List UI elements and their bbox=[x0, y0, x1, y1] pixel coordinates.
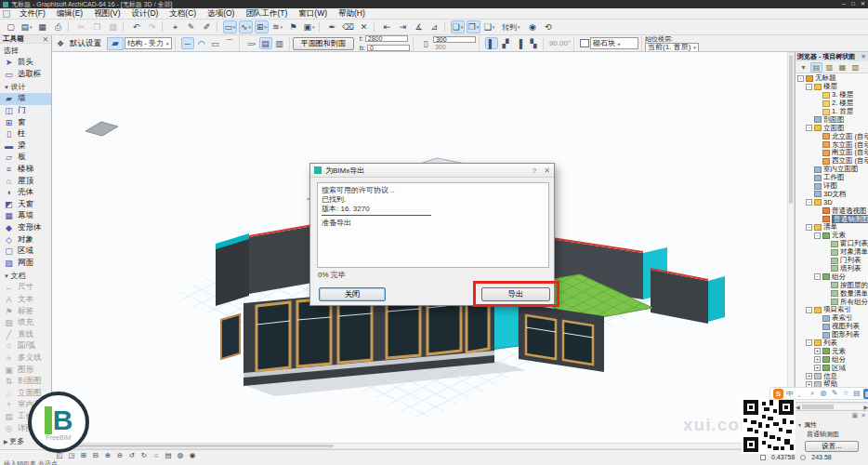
tool-polyline[interactable]: ≈多义线 bbox=[0, 352, 51, 365]
menu-item[interactable]: 文件(F) bbox=[14, 8, 51, 20]
menu-item[interactable]: 设计(D) bbox=[126, 8, 164, 20]
undo[interactable]: ↶ bbox=[129, 20, 143, 33]
tree-item[interactable]: 视图列表 bbox=[796, 323, 868, 331]
tree-item[interactable]: 2. 楼层 bbox=[796, 100, 868, 108]
canvas-hscrollbar[interactable] bbox=[52, 443, 787, 449]
tree-item[interactable]: 对象清单 bbox=[796, 248, 868, 257]
tree-expander-icon[interactable]: - bbox=[806, 339, 812, 346]
inject-parameters[interactable]: ✐ bbox=[200, 20, 214, 33]
tree-item[interactable]: 南立面 (自动.. bbox=[796, 149, 868, 157]
tree-expander-icon[interactable]: + bbox=[806, 373, 812, 379]
new-file[interactable]: ▢ bbox=[4, 20, 18, 33]
tree-item[interactable]: 门列表 bbox=[796, 257, 868, 265]
increase-zoom[interactable]: ⊕ bbox=[102, 451, 113, 459]
menu-item[interactable]: 选项(O) bbox=[202, 8, 240, 20]
tree-item[interactable]: 墙列表 bbox=[796, 264, 868, 272]
publisher[interactable]: ▧ bbox=[849, 62, 861, 73]
tree-expander-icon[interactable]: - bbox=[814, 232, 821, 239]
tool-text[interactable]: A文本 bbox=[0, 294, 51, 306]
wall-preview-icon[interactable]: ▰ bbox=[107, 37, 124, 50]
plan-section-button[interactable]: 平面图和剖面 bbox=[293, 37, 354, 50]
tool-mesh[interactable]: ▨网面 bbox=[0, 258, 51, 270]
tree-item[interactable]: 北立面 (自动.. bbox=[796, 132, 868, 140]
toolbar-icon[interactable] bbox=[374, 21, 377, 33]
tool-fill[interactable]: ▧填充 bbox=[0, 317, 51, 329]
tree-expander-icon[interactable]: + bbox=[814, 365, 821, 371]
wall-complexity[interactable]: ═ bbox=[245, 37, 258, 49]
dialog-close-icon[interactable]: ✕ bbox=[544, 166, 550, 175]
minimize-button[interactable]: ─ bbox=[842, 0, 846, 8]
layout-book[interactable]: ▦ bbox=[836, 62, 848, 73]
geometry-chained[interactable]: ▭ bbox=[209, 37, 222, 49]
tree-item[interactable]: 3. 楼层 bbox=[796, 91, 868, 100]
window-section[interactable]: ❑ bbox=[482, 20, 496, 33]
open-file[interactable]: ▤ bbox=[20, 20, 33, 33]
tree-expander-icon[interactable]: - bbox=[806, 199, 812, 206]
ime-handwriting[interactable]: ✎ bbox=[830, 389, 839, 399]
material-select[interactable]: 砌石块▸ bbox=[590, 37, 638, 49]
tree-item[interactable]: - 立面图 bbox=[796, 124, 868, 132]
zoom-window[interactable]: ◳ bbox=[66, 451, 77, 459]
close-button[interactable]: ✕ bbox=[861, 0, 865, 8]
eraser[interactable]: ⌫ bbox=[341, 20, 355, 33]
ime-punctuation[interactable]: 。 bbox=[796, 389, 806, 399]
refline-inside[interactable]: ▐ bbox=[513, 37, 526, 49]
orbit[interactable]: ↺ bbox=[126, 451, 138, 459]
rotate-view[interactable]: ↻ bbox=[138, 451, 150, 459]
home-view[interactable]: ⌂ bbox=[151, 451, 162, 459]
grid-snap[interactable]: ⊞ bbox=[255, 20, 269, 33]
structure-select[interactable]: 结构 - 受力▾ bbox=[125, 37, 172, 49]
tree-item[interactable]: - 列表 bbox=[796, 339, 868, 348]
refline-custom[interactable]: ▚ bbox=[527, 37, 540, 49]
tree-item[interactable]: 工作图 bbox=[796, 174, 868, 182]
tree-expander-icon[interactable]: - bbox=[806, 84, 812, 90]
dialog-help-icon[interactable]: ? bbox=[533, 166, 536, 175]
tree-item[interactable]: 图形列表 bbox=[796, 331, 868, 339]
favorites-icon[interactable]: ❖ bbox=[54, 37, 67, 49]
menu-item[interactable]: 窗口(W) bbox=[293, 8, 333, 20]
geometry-straight[interactable]: ─ bbox=[181, 37, 194, 49]
geometry-curved[interactable]: ◠ bbox=[195, 37, 208, 49]
tree-item[interactable]: 1. 首层 bbox=[796, 108, 868, 116]
wall-base-input[interactable]: 0 bbox=[367, 45, 410, 52]
tree-item[interactable]: + 区域 bbox=[796, 364, 868, 372]
marquee[interactable]: ▭ bbox=[223, 20, 237, 33]
tab-overview[interactable]: ▤ bbox=[163, 451, 174, 459]
copy[interactable]: ❐ bbox=[90, 20, 104, 33]
zoom-out[interactable]: ⊟ bbox=[90, 451, 101, 459]
toolbar-icon[interactable] bbox=[123, 21, 126, 33]
toolbox-section-design[interactable]: 设计 bbox=[0, 80, 51, 93]
guide-lines[interactable]: ∿ bbox=[239, 20, 253, 33]
triangle-measure[interactable]: ⊿ bbox=[427, 20, 441, 33]
menu-item[interactable]: 文档(C) bbox=[164, 8, 202, 20]
home-story-select[interactable]: 当前(1. 首层)▾ bbox=[645, 43, 699, 52]
tree-expander-icon[interactable]: - bbox=[814, 273, 821, 280]
layer-settings[interactable]: ▣ bbox=[302, 20, 316, 33]
tool-window[interactable]: ⊞窗 bbox=[0, 116, 51, 128]
tool-column[interactable]: ▯柱 bbox=[0, 128, 51, 140]
tree-item[interactable]: - 清单 bbox=[796, 223, 868, 232]
tool-marquee[interactable]: ▭选取框 bbox=[0, 69, 51, 81]
navigator-dropdown[interactable]: ▾ bbox=[797, 62, 809, 73]
tree-expander-icon[interactable]: - bbox=[806, 125, 812, 131]
ime-skin[interactable]: ◍ bbox=[819, 389, 828, 399]
menu-item[interactable]: 编辑(E) bbox=[51, 8, 88, 20]
tree-item[interactable]: 详图 bbox=[796, 182, 868, 191]
align-right[interactable]: ⇥ bbox=[396, 20, 410, 33]
tree-expander-icon[interactable]: - bbox=[806, 224, 812, 231]
geometry-rectangle[interactable]: ⌒ bbox=[223, 37, 236, 49]
toolbar-icon[interactable] bbox=[68, 21, 72, 33]
tree-item[interactable]: 数量清单 bbox=[796, 289, 868, 298]
tool-figure[interactable]: ▣图形 bbox=[0, 364, 51, 376]
toolbar-icon[interactable] bbox=[217, 21, 220, 33]
tree-item[interactable]: - 元素 bbox=[796, 232, 868, 240]
tree-expander-icon[interactable]: - bbox=[797, 75, 804, 82]
wall-profile-top[interactable]: ▤ bbox=[259, 37, 272, 49]
ime-keyboard[interactable]: ▦ bbox=[863, 389, 868, 399]
reduce-zoom[interactable]: ⊖ bbox=[114, 451, 125, 459]
tool-skylight[interactable]: ◩天窗 bbox=[0, 199, 51, 211]
tree-item[interactable]: 剖面图 bbox=[796, 115, 868, 124]
ime-favorites[interactable]: ☆ bbox=[841, 389, 850, 399]
canvas-vscrollbar[interactable] bbox=[787, 52, 795, 443]
wall-top-input[interactable]: 2800 bbox=[365, 35, 408, 42]
